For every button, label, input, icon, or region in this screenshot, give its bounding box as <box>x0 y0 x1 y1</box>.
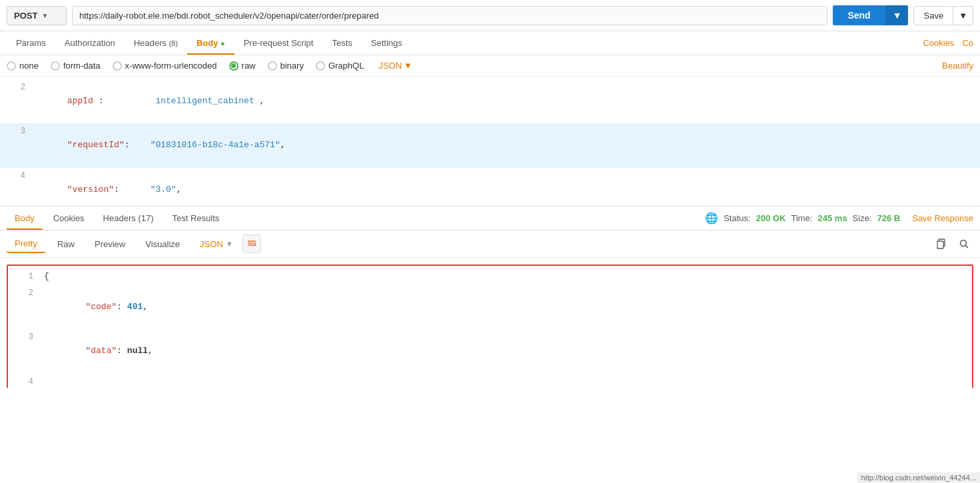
response-format-row: Pretty Raw Preview Visualize JSON ▼ <box>0 231 980 258</box>
send-dropdown-icon[interactable]: ▼ <box>885 5 909 25</box>
format-json-label: JSON <box>200 239 223 249</box>
radio-urlencoded-label: x-www-form-urlencoded <box>125 61 217 71</box>
size-value: 726 B <box>877 213 901 223</box>
req-line-2: 2 appId : intelligent_cabinet , <box>0 79 980 123</box>
response-border-box: 1 { 2 "code": 401, 3 "data": null, 4 "me… <box>7 264 973 388</box>
radio-none-label: none <box>19 61 39 71</box>
radio-urlencoded[interactable]: x-www-form-urlencoded <box>113 61 217 71</box>
radio-raw-label: raw <box>242 61 256 71</box>
svg-rect-4 <box>937 241 943 248</box>
tab-settings[interactable]: Settings <box>362 31 412 55</box>
tab-authorization[interactable]: Authorization <box>55 31 125 55</box>
tab-params[interactable]: Params <box>7 31 55 55</box>
tab-body[interactable]: Body ● <box>187 31 235 55</box>
resp-line-2: 2 "code": 401, <box>8 285 972 329</box>
radio-binary-circle <box>268 61 277 71</box>
fmt-tab-visualize[interactable]: Visualize <box>137 236 188 252</box>
response-status-area: 🌐 Status: 200 OK Time: 245 ms Size: 726 … <box>705 212 973 225</box>
svg-line-6 <box>966 246 969 248</box>
radio-graphql[interactable]: GraphQL <box>316 61 364 71</box>
radio-form-data-circle <box>51 61 60 71</box>
status-value: 200 OK <box>756 213 786 223</box>
radio-binary-label: binary <box>280 61 304 71</box>
response-tabs: Body Cookies Headers (17) Test Results 🌐… <box>0 207 980 231</box>
time-label: Time: <box>791 213 812 223</box>
save-label: Save <box>914 7 953 25</box>
tab-pre-request[interactable]: Pre-request Script <box>235 31 323 55</box>
radio-raw-circle <box>229 61 239 71</box>
wrap-button[interactable] <box>243 235 261 253</box>
request-tabs: Params Authorization Headers (8) Body ● … <box>0 31 980 55</box>
copy-button[interactable] <box>932 235 951 253</box>
radio-none-circle <box>7 61 16 71</box>
fmt-tab-pretty[interactable]: Pretty <box>7 235 45 253</box>
json-format-select[interactable]: JSON ▼ <box>378 61 412 71</box>
radio-graphql-circle <box>316 61 325 71</box>
radio-raw[interactable]: raw <box>229 61 256 71</box>
format-chevron-icon: ▼ <box>226 240 233 248</box>
tabs-right: Cookies Co <box>923 38 973 48</box>
time-value: 245 ms <box>818 213 847 223</box>
globe-icon: 🌐 <box>705 212 718 225</box>
resp-tab-body[interactable]: Body <box>7 207 43 230</box>
cookies-link[interactable]: Cookies <box>923 38 954 48</box>
send-label: Send <box>833 5 885 25</box>
body-types-row: none form-data x-www-form-urlencoded raw… <box>0 55 980 77</box>
method-label: POST <box>14 11 37 21</box>
req-line-4: 4 "version": "3.0", <box>0 168 980 207</box>
search-button[interactable] <box>955 235 973 253</box>
fmt-tab-raw[interactable]: Raw <box>49 236 83 252</box>
radio-none[interactable]: none <box>7 61 39 71</box>
req-line-3: 3 "requestId": "01831016-b18c-4a1e-a571"… <box>0 123 980 167</box>
radio-form-data[interactable]: form-data <box>51 61 101 71</box>
svg-point-5 <box>961 241 967 246</box>
response-body: 1 { 2 "code": 401, 3 "data": null, 4 "me… <box>0 258 980 388</box>
size-label: Size: <box>853 213 872 223</box>
url-input[interactable] <box>72 6 827 25</box>
resp-line-4: 4 "message": "非法的token或者sign验签失败", <box>8 374 972 388</box>
resp-tab-cookies[interactable]: Cookies <box>45 207 93 230</box>
radio-form-data-label: form-data <box>63 61 101 71</box>
request-editor[interactable]: 2 appId : intelligent_cabinet , 3 "reque… <box>0 77 980 207</box>
resp-tab-test-results[interactable]: Test Results <box>164 207 227 230</box>
status-label: Status: <box>724 213 750 223</box>
send-button[interactable]: Send ▼ <box>833 5 908 25</box>
method-chevron-icon: ▼ <box>41 12 48 19</box>
resp-tab-headers[interactable]: Headers (17) <box>95 207 162 230</box>
radio-graphql-label: GraphQL <box>328 61 364 71</box>
method-select[interactable]: POST ▼ <box>7 6 67 25</box>
beautify-link[interactable]: Beautify <box>942 61 973 71</box>
radio-urlencoded-circle <box>113 61 122 71</box>
json-chevron-icon: ▼ <box>404 61 412 71</box>
url-bar: POST ▼ Send ▼ Save ▼ <box>0 0 980 31</box>
resp-line-3: 3 "data": null, <box>8 329 972 373</box>
save-dropdown-icon[interactable]: ▼ <box>953 7 973 25</box>
co-link[interactable]: Co <box>962 38 973 48</box>
save-button[interactable]: Save ▼ <box>913 6 973 25</box>
fmt-tab-preview[interactable]: Preview <box>87 236 133 252</box>
radio-binary[interactable]: binary <box>268 61 304 71</box>
json-label: JSON <box>378 61 402 71</box>
resp-line-1: 1 { <box>8 268 972 285</box>
response-format-select[interactable]: JSON ▼ <box>200 239 233 249</box>
tab-headers[interactable]: Headers (8) <box>125 31 187 55</box>
tab-tests[interactable]: Tests <box>322 31 361 55</box>
save-response-button[interactable]: Save Response <box>912 213 973 223</box>
